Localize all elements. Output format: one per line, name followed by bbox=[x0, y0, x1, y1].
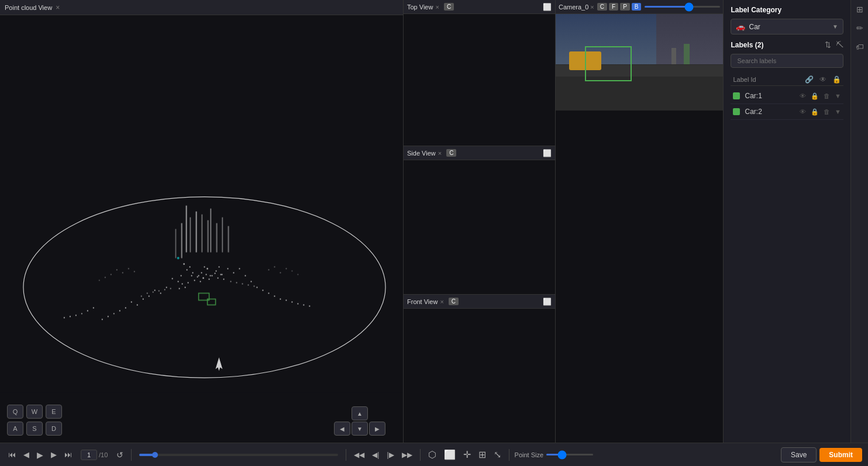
front-view-maximize[interactable]: ⬜ bbox=[543, 298, 552, 306]
nav-right-btn[interactable]: ▶ bbox=[369, 422, 385, 436]
camera-badge-c[interactable]: C bbox=[597, 3, 607, 11]
header-lock-icon: 🔒 bbox=[832, 75, 841, 84]
category-dropdown[interactable]: 🚗 Car ▼ bbox=[731, 19, 843, 34]
nav-up-btn[interactable]: ▲ bbox=[352, 406, 368, 420]
play-first-btn[interactable]: ⏮ bbox=[6, 449, 18, 460]
refresh-btn[interactable]: ↺ bbox=[114, 449, 126, 461]
strip-icon-2[interactable]: ✏ bbox=[855, 22, 864, 34]
sort-icon[interactable]: ⇅ bbox=[825, 40, 831, 49]
submit-button[interactable]: Submit bbox=[819, 448, 862, 462]
camera-header: Camera_0 × C F P B bbox=[556, 0, 723, 14]
play-next-btn[interactable]: ▶ bbox=[49, 449, 59, 460]
svg-point-27 bbox=[233, 272, 234, 273]
camera-image-view bbox=[556, 14, 723, 111]
speed-1-btn[interactable]: ◀◀ bbox=[352, 450, 367, 460]
label-name-1: Car:1 bbox=[745, 92, 800, 100]
label-item-2[interactable]: Car:2 👁 🔒 🗑 ▼ bbox=[731, 104, 843, 120]
key-s: S bbox=[26, 422, 43, 436]
side-view-header: Side View × C ⬜ bbox=[404, 146, 555, 160]
camera-badge-b[interactable]: B bbox=[632, 3, 642, 11]
tool-move-btn[interactable]: ✛ bbox=[461, 448, 473, 461]
search-wrap bbox=[731, 54, 843, 68]
strip-icon-1[interactable]: ⊞ bbox=[855, 4, 864, 15]
svg-point-98 bbox=[274, 266, 275, 267]
point-cloud-header: Point cloud View × bbox=[0, 0, 403, 15]
svg-point-68 bbox=[211, 275, 212, 276]
svg-point-102 bbox=[297, 274, 298, 275]
label-name-2: Car:2 bbox=[745, 108, 800, 116]
svg-point-91 bbox=[122, 272, 123, 273]
frame-input[interactable] bbox=[81, 450, 97, 460]
point-size-slider[interactable] bbox=[546, 454, 593, 455]
svg-point-57 bbox=[291, 301, 292, 302]
tool-box-btn[interactable]: ⬜ bbox=[442, 448, 458, 461]
label-item-1[interactable]: Car:1 👁 🔒 🗑 ▼ bbox=[731, 88, 843, 104]
tool-fit-btn[interactable]: ⤡ bbox=[491, 448, 504, 461]
svg-point-88 bbox=[247, 284, 249, 285]
camera-badge-f[interactable]: F bbox=[609, 3, 618, 11]
label-2-expand-icon[interactable]: ▼ bbox=[835, 108, 841, 115]
svg-point-32 bbox=[113, 313, 115, 314]
top-view-maximize[interactable]: ⬜ bbox=[543, 3, 552, 11]
svg-point-6 bbox=[198, 275, 199, 276]
top-view-close[interactable]: × bbox=[435, 4, 439, 11]
svg-point-100 bbox=[285, 268, 287, 269]
camera-close[interactable]: × bbox=[590, 4, 594, 11]
label-1-actions: 👁 🔒 🗑 ▼ bbox=[800, 92, 841, 100]
side-view-maximize[interactable]: ⬜ bbox=[543, 149, 552, 157]
nav-left-btn[interactable]: ◀ bbox=[334, 422, 350, 436]
point-cloud-title: Point cloud View bbox=[5, 4, 52, 11]
camera-slider[interactable] bbox=[645, 6, 720, 8]
scrubber-track[interactable] bbox=[139, 454, 338, 456]
save-button[interactable]: Save bbox=[781, 447, 817, 462]
svg-point-8 bbox=[201, 272, 202, 273]
side-view-content bbox=[404, 160, 555, 294]
top-view-badge[interactable]: C bbox=[444, 3, 454, 11]
side-view-badge[interactable]: C bbox=[446, 149, 456, 157]
speed-3-btn[interactable]: |▶ bbox=[384, 450, 396, 460]
strip-icon-3[interactable]: 🏷 bbox=[855, 41, 865, 53]
svg-point-76 bbox=[223, 278, 224, 279]
label-1-lock-icon[interactable]: 🔒 bbox=[811, 92, 819, 100]
camera-panel: Camera_0 × C F P B bbox=[556, 0, 724, 443]
speed-4-btn[interactable]: ▶▶ bbox=[399, 450, 415, 460]
tool-3d-btn[interactable]: ⬡ bbox=[426, 448, 439, 461]
label-2-eye-icon[interactable]: 👁 bbox=[800, 108, 806, 115]
scrubber-thumb[interactable] bbox=[152, 452, 158, 458]
svg-point-56 bbox=[285, 299, 287, 301]
label-2-lock-icon[interactable]: 🔒 bbox=[811, 108, 819, 116]
key-w: W bbox=[26, 405, 43, 419]
svg-point-87 bbox=[242, 283, 243, 284]
svg-rect-46 bbox=[228, 226, 229, 253]
camera-badge-p[interactable]: P bbox=[620, 3, 630, 11]
play-last-btn[interactable]: ⏭ bbox=[62, 449, 74, 460]
nav-down-btn[interactable]: ▼ bbox=[352, 422, 368, 436]
label-1-eye-icon[interactable]: 👁 bbox=[800, 92, 806, 99]
header-eye-icon: 👁 bbox=[819, 75, 826, 84]
speed-2-btn[interactable]: ◀| bbox=[370, 450, 381, 460]
point-cloud-view[interactable]: Q W E A S D ▲ ◀ bbox=[0, 15, 403, 443]
key-q: Q bbox=[7, 405, 23, 419]
label-2-delete-icon[interactable]: 🗑 bbox=[824, 108, 830, 115]
tool-crop-btn[interactable]: ⊞ bbox=[476, 448, 488, 461]
svg-point-29 bbox=[244, 275, 246, 276]
front-view-close[interactable]: × bbox=[440, 298, 443, 305]
label-1-expand-icon[interactable]: ▼ bbox=[835, 92, 841, 99]
label-1-delete-icon[interactable]: 🗑 bbox=[824, 92, 830, 99]
play-prev-btn[interactable]: ◀ bbox=[21, 449, 32, 460]
svg-point-22 bbox=[137, 304, 138, 305]
svg-point-2 bbox=[187, 269, 188, 270]
svg-point-96 bbox=[99, 279, 100, 281]
right-panel-wrapper: Label Category 🚗 Car ▼ Labels (2) ⇅ ⛏ bbox=[724, 0, 868, 443]
toolbar-divider-3 bbox=[420, 449, 421, 461]
svg-point-63 bbox=[197, 276, 198, 277]
search-labels-input[interactable] bbox=[731, 54, 843, 68]
play-btn[interactable]: ▶ bbox=[35, 449, 46, 461]
point-cloud-close[interactable]: × bbox=[56, 4, 60, 12]
filter-icon[interactable]: ⛏ bbox=[836, 40, 843, 49]
front-view-badge[interactable]: C bbox=[449, 298, 459, 305]
middle-panels: Top View × C ⬜ Side View × C ⬜ bbox=[404, 0, 556, 443]
svg-point-101 bbox=[291, 270, 292, 271]
front-view-header: Front View × C ⬜ bbox=[404, 295, 555, 309]
side-view-close[interactable]: × bbox=[438, 150, 442, 157]
